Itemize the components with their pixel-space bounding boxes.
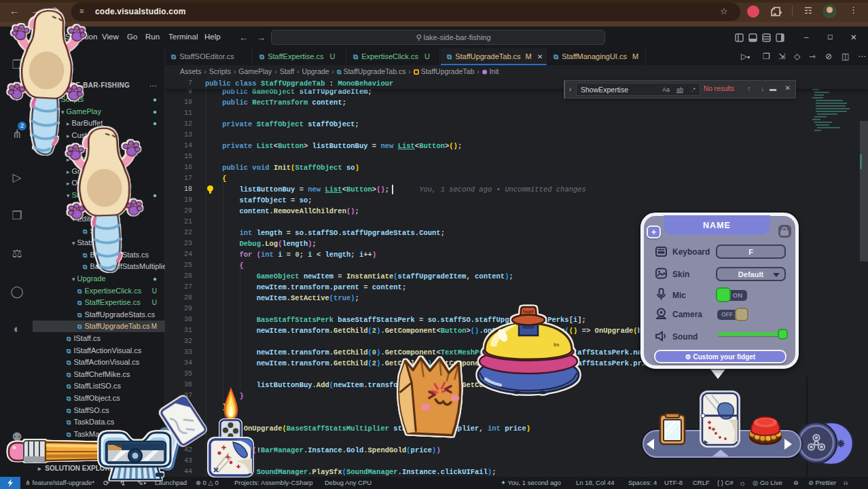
svg-text:tm: tm <box>554 342 560 347</box>
